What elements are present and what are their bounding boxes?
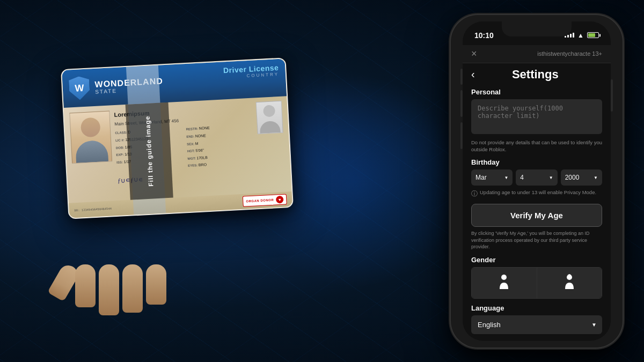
hand-area: W WONDERLAND STATE Driver License COUNTR… [21, 31, 333, 331]
personal-helper: Do not provide any details that can be u… [471, 139, 602, 153]
svg-point-0 [501, 275, 507, 280]
small-photo-body [260, 120, 281, 133]
info-icon: ⓘ [471, 189, 478, 198]
month-select[interactable]: JanFebMar AprMayJun JulAugSep OctNovDec [471, 169, 513, 186]
male-icon [497, 274, 510, 292]
mute-button [460, 69, 463, 85]
gender-row [471, 267, 602, 299]
organ-donor-text: ORGAN DONOR [246, 198, 274, 203]
day-select[interactable]: 123 45 [516, 169, 557, 186]
finger-3 [122, 264, 143, 313]
settings-title: Settings [479, 68, 591, 82]
organ-donor-icon: ♥ [276, 195, 284, 203]
power-button [611, 79, 613, 112]
fingers [75, 264, 166, 315]
status-icons: ▲ [565, 32, 599, 39]
settings-screen: ‹ Settings Personal Do not provide any d… [463, 63, 611, 336]
shield-logo: W [69, 76, 90, 100]
personal-label: Personal [471, 88, 602, 96]
wgt-value: 170LB [196, 155, 208, 159]
id-card: W WONDERLAND STATE Driver License COUNTR… [61, 57, 294, 219]
finger-4 [146, 264, 166, 305]
restr-value: NONE [199, 126, 210, 130]
month-select-wrapper: JanFebMar AprMayJun JulAugSep OctNovDec … [471, 169, 513, 186]
nonbinary-icon [563, 274, 576, 292]
card-bottom: DD: 12345456456464544 ORGAN DONOR ♥ [69, 191, 292, 218]
birthday-row: JanFebMar AprMayJun JulAugSep OctNovDec … [471, 169, 602, 186]
finger-2 [99, 264, 119, 315]
logo-letter: W [75, 83, 84, 93]
finger-1 [75, 264, 96, 307]
battery-icon [587, 32, 599, 38]
gender-male-option[interactable] [472, 268, 537, 298]
small-photo-head [263, 105, 275, 117]
settings-nav: ‹ Settings [463, 63, 611, 84]
app-header-title: isthistwentycharacte 13+ [537, 50, 602, 57]
fill-guide-text: Fill the guide image [144, 115, 155, 187]
gender-label: Gender [471, 256, 602, 264]
fill-guide-overlay: Fill the guide image [126, 102, 173, 200]
card-title-area: Driver License COUNTRY [223, 63, 280, 79]
state-info: WONDERLAND STATE [94, 76, 164, 94]
day-select-wrapper: 123 45 ▼ [516, 169, 557, 186]
language-select[interactable]: English Spanish French German Portuguese [471, 315, 602, 334]
verify-helper: By clicking 'Verify My Age,' you will be… [471, 230, 602, 250]
signal-bar-3 [570, 34, 572, 38]
phone-screen: 10:10 ▲ [463, 21, 611, 341]
volume-down-button [460, 122, 463, 149]
signal-bar-1 [565, 36, 566, 38]
app-header: × isthistwentycharacte 13+ [463, 45, 611, 63]
status-time: 10:10 [474, 31, 494, 40]
personal-textarea[interactable] [471, 99, 602, 134]
back-button[interactable]: ‹ [471, 68, 475, 80]
card-body: Loremipsum Main Street, Wonderland, MT 4… [64, 96, 291, 193]
verify-age-button[interactable]: Verify My Age [471, 204, 602, 227]
phone-notch [502, 21, 572, 36]
card-photo [69, 110, 112, 164]
close-button[interactable]: × [471, 48, 477, 60]
gender-other-option[interactable] [537, 268, 602, 298]
language-select-wrapper: English Spanish French German Portuguese… [471, 315, 602, 334]
age-warning: ⓘ Updating age to under 13 will enable P… [471, 189, 602, 198]
year-select[interactable]: 199819992000 20012002 [561, 169, 602, 186]
signal-bar-4 [573, 33, 574, 38]
hgt-value: 5'06" [195, 148, 204, 152]
settings-content: Personal Do not provide any details that… [463, 84, 611, 336]
wifi-icon: ▲ [577, 32, 584, 39]
battery-fill [588, 33, 595, 37]
end-value: NONE [195, 134, 206, 138]
organ-donor-badge: ORGAN DONOR ♥ [243, 194, 287, 206]
phone-frame: 10:10 ▲ [451, 15, 623, 348]
sex-value: M [195, 141, 199, 145]
eyes-value: BRO [199, 162, 207, 167]
dd-number: DD: 12345456456464544 [75, 206, 112, 212]
birthday-label: Birthday [471, 158, 602, 166]
photo-body [75, 139, 108, 162]
scene: W WONDERLAND STATE Driver License COUNTR… [0, 0, 644, 362]
photo-head [80, 117, 100, 137]
year-select-wrapper: 199819992000 20012002 ▼ [561, 169, 602, 186]
volume-up-button [460, 90, 463, 117]
phone-section: 10:10 ▲ [440, 10, 633, 353]
card-small-photo [256, 100, 283, 134]
id-card-section: W WONDERLAND STATE Driver License COUNTR… [21, 31, 333, 331]
signal-bar-2 [567, 35, 569, 38]
language-label: Language [471, 304, 602, 312]
age-warning-text: Updating age to under 13 will enable Pri… [480, 189, 596, 196]
